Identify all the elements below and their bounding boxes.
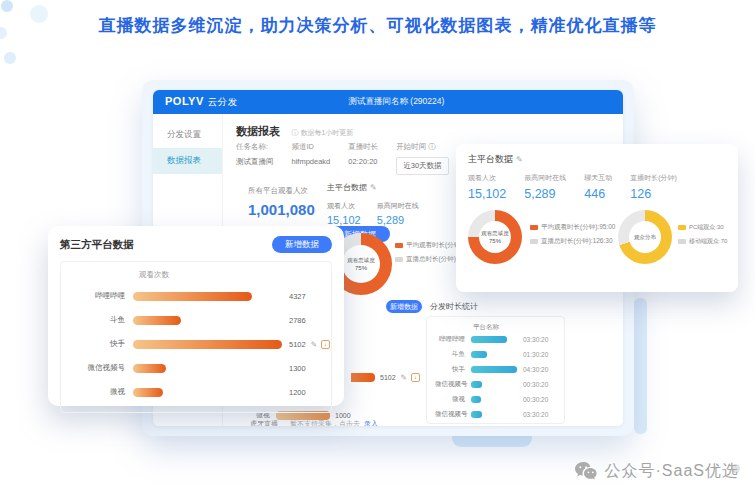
bar-row: 微信视频号 1300 ✎ ↓ xyxy=(61,356,323,380)
bar-value: 1300 xyxy=(289,364,306,373)
row-value: 03:30:20 xyxy=(523,336,548,343)
info-value: 近30天数据 xyxy=(396,157,448,175)
stat-label: 观看人次 xyxy=(468,173,506,183)
row-label: 快手 xyxy=(435,365,471,374)
room-title: 测试直播间名称 (290224) xyxy=(238,96,555,108)
watermark: 公众号·SaaS优选 xyxy=(574,461,739,482)
info-column: 频道ID hifmpdeakd xyxy=(292,142,331,175)
row-value: 01:30:20 xyxy=(523,351,548,358)
panel-title: 主平台数据✎ xyxy=(327,182,435,193)
duration-bar xyxy=(471,381,482,388)
audience-donut-chart: 观众分布 xyxy=(618,210,672,264)
duration-chart-card: 平台名称 哔哩哔哩 03:30:20 斗 xyxy=(426,316,565,424)
note-link[interactable]: 录入 xyxy=(364,420,378,426)
stat-block: 观看人次 15,102 xyxy=(468,173,506,201)
bar-label: 微视 xyxy=(61,387,133,397)
logo-product: 云分发 xyxy=(208,96,238,107)
legend-item: 平均观看时长(分钟):95:00 xyxy=(530,223,616,232)
duration-row: 微视 00:30:20 xyxy=(435,392,556,407)
row-label: 微信视频号 xyxy=(435,380,471,389)
edit-icon[interactable]: ✎ xyxy=(516,155,523,164)
info-column: 任务名称: 测试直播间 xyxy=(236,142,274,175)
edit-icon[interactable]: ✎ xyxy=(311,340,317,349)
loyalty-donut-chart: 观看忠诚度 75% xyxy=(468,210,522,264)
duration-bar xyxy=(471,351,487,358)
card-title: 主平台数据✎ xyxy=(468,153,726,166)
delete-icon[interactable]: ↓ xyxy=(411,373,420,382)
stat-label: 聊天互动 xyxy=(584,173,612,183)
app-header: POLYV云分发 测试直播间名称 (290224) xyxy=(153,90,623,114)
add-data-button[interactable]: 新增数据 xyxy=(272,236,332,253)
bar xyxy=(133,316,181,325)
stat-block: 聊天互动 446 xyxy=(584,173,612,201)
legend-item: 移动端观众:70 xyxy=(678,237,727,246)
row-label: 斗鱼 xyxy=(435,350,471,359)
stat-label: 最高同时在线 xyxy=(524,173,566,183)
stat-block: 最高同时在线 5,289 xyxy=(524,173,566,201)
row-value: 00:30:20 xyxy=(523,396,548,403)
legend-item: PC端观众:30 xyxy=(678,223,727,232)
stat-block: 观看人次 15,102 xyxy=(327,201,361,226)
stat-block: 直播时长(分钟) 126 xyxy=(630,173,677,201)
card-title: 第三方平台数据 xyxy=(60,238,134,252)
decor-rect xyxy=(634,298,647,434)
bar-row: 哔哩哔哩 4327 ✎ ↓ xyxy=(61,284,323,308)
task-info-row: 任务名称: 测试直播间 频道ID hifmpdeakd 直播时长 0 xyxy=(236,142,467,175)
section-title: 分发时长统计 xyxy=(430,301,478,312)
duration-bar xyxy=(471,396,481,403)
stat-value: 15,102 xyxy=(468,187,506,201)
info-label: 直播时长 xyxy=(348,142,378,152)
stat-label: 观看人次 xyxy=(327,201,361,211)
wechat-icon xyxy=(574,461,598,482)
polyv-logo: POLYV云分发 xyxy=(165,95,238,109)
stat-value: 446 xyxy=(584,187,612,201)
stat-label: 直播时长(分钟) xyxy=(630,173,677,183)
duration-row: 快手 04:30:20 xyxy=(435,362,556,377)
edit-icon[interactable]: ✎ xyxy=(401,373,407,382)
watermark-label: 公众号·SaaS优选 xyxy=(605,461,739,482)
decor-circle xyxy=(4,52,16,64)
stat-label: 最高同时在线 xyxy=(377,201,419,211)
row-value: 03:30:20 xyxy=(523,411,548,418)
main-platform-data-card: 主平台数据✎ 观看人次 15,102 最高同时在线 5,289 聊天互动 446 xyxy=(456,144,738,292)
report-subtitle: ⓘ 数据每1小时更新 xyxy=(291,129,353,136)
stat-value: 5,289 xyxy=(524,187,566,201)
bar-row: 斗鱼 2786 ✎ ↓ xyxy=(61,308,323,332)
logo-brand: POLYV xyxy=(165,95,204,107)
stat-value: 15,102 xyxy=(327,214,361,226)
bar-value: 1000 xyxy=(335,412,351,419)
bar-label: 哔哩哔哩 xyxy=(61,291,133,301)
report-title: 数据报表 xyxy=(236,125,280,137)
bar xyxy=(133,388,163,397)
bar-label: 微信视频号 xyxy=(61,363,133,373)
duration-row: 微信视频号 00:30:20 xyxy=(435,377,556,392)
bar-value: 4327 xyxy=(289,292,306,301)
edit-icon[interactable]: ✎ xyxy=(370,183,377,192)
row-value: 04:30:20 xyxy=(523,366,548,373)
info-label: 任务名称: xyxy=(236,142,274,152)
info-label: 频道ID xyxy=(292,142,331,152)
stat-label: 所有平台观看人次 xyxy=(248,186,315,196)
decor-circle xyxy=(1,0,13,12)
info-value: 02:20:20 xyxy=(348,157,378,166)
delete-icon[interactable]: ↓ xyxy=(321,340,330,349)
stat-block: 最高同时在线 5,289 xyxy=(377,201,419,226)
bar xyxy=(133,292,252,301)
info-column: 开始时间 ⓘ 近30天数据 xyxy=(396,142,448,175)
stat-value: 1,001,080 xyxy=(248,201,315,218)
stat-value: 5,289 xyxy=(377,214,419,226)
sidebar-item[interactable]: 分发设置 xyxy=(153,122,222,148)
sidebar-item[interactable]: 数据报表 xyxy=(153,148,222,174)
add-data-button[interactable]: 新增数据 xyxy=(386,300,422,313)
bar xyxy=(133,340,282,349)
stat-value: 126 xyxy=(630,187,677,201)
info-column: 直播时长 02:20:20 xyxy=(348,142,378,175)
bar-value: 2786 xyxy=(289,316,306,325)
donut-legend: PC端观众:30 移动端观众:70 xyxy=(678,223,727,251)
chart-title: 观看次数 xyxy=(139,270,323,280)
column-header: 平台名称 xyxy=(473,323,556,332)
bar-value: 5102 xyxy=(380,374,396,381)
info-value: hifmpdeakd xyxy=(292,157,331,166)
row-label: 微视 xyxy=(435,395,471,404)
row-label: 哔哩哔哩 xyxy=(435,335,471,344)
